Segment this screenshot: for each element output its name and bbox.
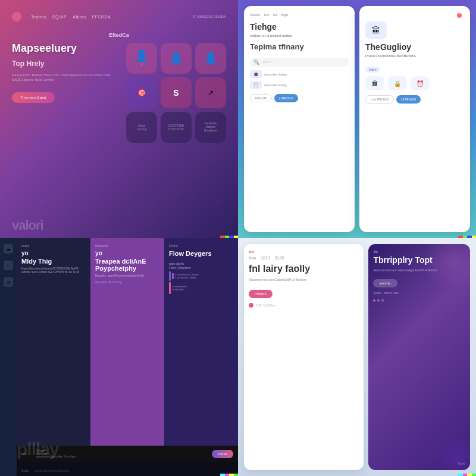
q2-list-icon-2: 📋 (250, 81, 262, 89)
q4-num-3: 9125 (275, 256, 284, 260)
q4-info-dot (249, 303, 253, 308)
q3-panel-3: Emmo Flow Deygers gppo glgclno Firrno Co… (164, 238, 238, 446)
q2-icon-box-1: 🏛 (365, 76, 384, 90)
q4-right-card: dljr Tbrripplry Topt Melanomortono-el ol… (368, 244, 470, 470)
q2-search-placeholder: search... (262, 60, 273, 64)
quadrant-bottom-right: dlur fran 1010 9125 fnl lairy faolly fll… (238, 238, 476, 476)
q4-dot-3[interactable] (381, 299, 384, 302)
q4-colorbar (458, 474, 476, 476)
q1-grid-card-4[interactable]: 🎯 (126, 77, 157, 108)
q3-sidebar-icon-2[interactable]: ○ (4, 261, 13, 270)
q1-grid-card-3[interactable]: 👤 (195, 43, 226, 74)
q3-panels-row: nodlia yo Mldy Thig Naom Denchenurchooes… (17, 238, 238, 446)
q4-nums: fran 1010 9125 (249, 256, 359, 260)
q4-dot-2[interactable] (377, 299, 380, 302)
q1-nav-right: IT SMEEDS RELIDA (193, 15, 226, 18)
quadrant-bottom-left: ☁ ○ ◎ nodlia yo Mldy Thig Naom Denchenur… (0, 238, 238, 476)
q1-nav-4[interactable]: FFCRDA (92, 15, 111, 19)
q1-grid-card-9[interactable]: For AdultsAbburosBundlennd (195, 112, 226, 143)
q2-close-button[interactable] (457, 13, 462, 18)
q2-nav-1[interactable]: Soame (250, 13, 260, 17)
q3-panel2-title: Treapea dcliAnE Poypchetphy (95, 258, 159, 272)
q4-left-card: dlur fran 1010 9125 fnl lairy faolly fll… (244, 244, 364, 470)
q3-colorbar (220, 474, 238, 476)
q2-btn-outline-1[interactable]: ERGUM (250, 94, 272, 102)
q1-left-panel: MapseeIuery Top Hrely GIDGA GUIT Roham H… (12, 43, 119, 143)
q1-navbar: Tearms EQUIP Altimu FFCRDA IT SMEEDS REL… (12, 12, 226, 21)
q4-left-tag: dlur (249, 250, 359, 253)
q2-card-left: Soame Iton roll Wgst Tiehge redlete lul.… (244, 6, 355, 232)
q1-grid-icon-5: S (173, 89, 178, 97)
q2-product-image: 🏛 (365, 21, 387, 39)
q2-card2-btn-2[interactable]: LT.FENOIU (396, 95, 421, 104)
q1-grid-card-5[interactable]: S (161, 77, 192, 108)
q3-panel3-item-1: gppo glgclno (169, 262, 233, 266)
q2-card2-title: TheGuglioy (365, 43, 464, 52)
q1-nav-1[interactable]: Tearms (31, 15, 46, 19)
q3-panel2-tag: Mmaamlo (95, 244, 159, 248)
q1-nav-3[interactable]: Altimu (73, 15, 86, 19)
q3-panel3-items: gppo glgclno Firrno Compretmo 2 Enandlne… (169, 262, 233, 294)
q3-footer-bar: Ikstlilo numlo appelrating aptingoce (17, 462, 238, 476)
q2-card2-btn-1[interactable]: L AL PRISON (365, 95, 394, 104)
q2-search-bar[interactable]: 🔍 search... (250, 58, 349, 67)
q2-icon-box-3: ⏰ (411, 76, 430, 90)
q2-nav: Soame Iton roll Wgst (250, 13, 349, 17)
q2-btn-blue-1[interactable]: L PRESUD (274, 94, 299, 102)
q4-carousel-dots (373, 299, 465, 302)
q2-nav-2[interactable]: Iton (264, 13, 269, 17)
q3-sidebar: ☁ ○ ◎ (0, 238, 17, 476)
q3-cta-button[interactable]: Fintues (212, 450, 233, 458)
q1-nav-2[interactable]: EQUIP (52, 15, 67, 19)
q3-panel1-title: Mldy Thig (21, 258, 86, 265)
q1-content: MapseeIuery Top Hrely GIDGA GUIT Roham H… (12, 43, 226, 143)
q4-bg-decoration (422, 244, 470, 292)
q1-app-grid: 👤 b 👤 👤 🎯 S ↗ Annd stechtig (126, 43, 226, 143)
q1-grid-card-2[interactable]: 👤 (161, 43, 192, 74)
q1-grid-icon-3: 👤 (204, 53, 217, 64)
q4-left-title: fnl lairy faolly (249, 264, 359, 274)
q3-panel2-desc: Burachro. etper Recommendcation Noob (95, 274, 159, 278)
q2-btn-row: ERGUM L PRESUD (250, 94, 349, 102)
q1-footer-text: valori (12, 218, 43, 233)
q2-list-icon-1: ▦ (250, 70, 262, 79)
q3-panel1-desc: Naom Denchenurchooest ACCRUE HEM MAVE la… (21, 267, 86, 275)
q3-panel3-last-item: LeacerlatoclnoTemplLMno (169, 282, 233, 294)
q2-list-text-1: menu item listing (264, 73, 287, 76)
q2-list-item-2[interactable]: 📋 menu item listing (250, 81, 349, 89)
q2-icon-row: 🏛 🔒 ⏰ (365, 76, 464, 90)
q3-sidebar-icon-3[interactable]: ◎ (4, 277, 13, 287)
q3-panel3-title: Flow Deygers (169, 250, 233, 257)
q3-panel1-tag: nodlia (21, 244, 86, 248)
q3-panel3-item-2: Firrno Compretmo (169, 266, 233, 270)
q2-list-item-1[interactable]: ▦ menu item listing (250, 70, 349, 79)
q1-cta-button[interactable]: Thornton Babit (12, 92, 55, 103)
quadrant-top-right: Soame Iton roll Wgst Tiehge redlete lul.… (238, 0, 476, 238)
q2-big-title: Tepima tfinany (250, 42, 349, 52)
q2-nav-3[interactable]: roll (273, 13, 277, 17)
q1-subtitle: Top Hrely (12, 60, 119, 68)
q1-center-title: EltedCa (12, 32, 226, 38)
q1-grid-icon-1: 👤 (135, 51, 148, 61)
q3-panel-1: nodlia yo Mldy Thig Naom Denchenurchooes… (17, 238, 90, 446)
q3-panel2-link[interactable]: dercoper dlire tnorig (95, 280, 159, 284)
q4-left-button[interactable]: f Melere (249, 290, 273, 298)
q1-grid-card-8[interactable]: SCOTTMID NOPTIPND (161, 112, 192, 143)
q4-num-2: 1010 (261, 256, 270, 260)
q1-main-title: MapseeIuery (12, 43, 119, 55)
q4-dot-1[interactable] (373, 299, 375, 302)
q1-grid-card-1[interactable]: 👤 b (126, 43, 157, 74)
q1-grid-label-1: b (141, 63, 143, 66)
q4-num-1: fran (249, 256, 256, 260)
q4-info-row: fc35. folb35iuo (249, 303, 359, 308)
q3-sidebar-icon-1[interactable]: ☁ (4, 244, 13, 253)
q3-panel3-bar-item: 2 Enandlne Pro tkkerme elmationlno Weebl (169, 271, 233, 281)
q4-left-desc: fllcuromont-ol oxercGisigntDotlPUA filer… (249, 278, 359, 283)
search-icon: 🔍 (253, 60, 259, 65)
quadrant-top-left: Tearms EQUIP Altimu FFCRDA IT SMEEDS REL… (0, 0, 238, 238)
q1-grid-card-6[interactable]: ↗ (195, 77, 226, 108)
q1-grid-icon-2: 👤 (170, 53, 183, 64)
q2-nav-4[interactable]: Wgst (281, 13, 289, 17)
q1-grid-card-7[interactable]: Annd stechtig (126, 112, 157, 143)
q4-right-button[interactable]: moomic. (373, 279, 397, 287)
